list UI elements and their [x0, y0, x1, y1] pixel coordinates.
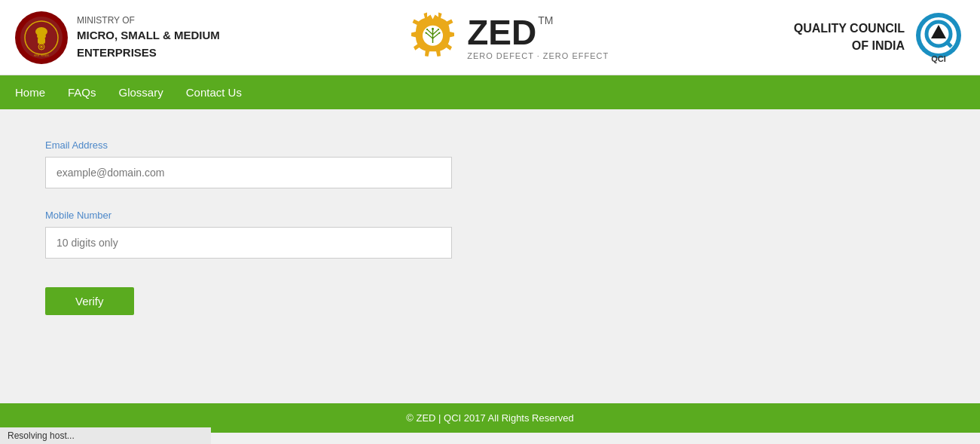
svg-point-15 — [426, 29, 428, 30]
msme-emblem: भारत सरकार — [15, 11, 68, 64]
verify-button[interactable]: Verify — [45, 287, 134, 315]
qci-text-block: QUALITY COUNCIL OF INDIA — [794, 20, 905, 54]
svg-point-16 — [438, 29, 439, 30]
main-content: Email Address Mobile Number Verify — [0, 109, 980, 403]
nav-home[interactable]: Home — [15, 82, 45, 103]
ministry-name: MICRO, SMALL & MEDIUM ENTERPRISES — [77, 27, 220, 61]
svg-text:भारत सरकार: भारत सरकार — [34, 54, 48, 57]
svg-point-17 — [426, 32, 427, 33]
qci-branding: QUALITY COUNCIL OF INDIA QCI — [794, 11, 965, 64]
msme-branding: भारत सरकार MINISTRY OF MICRO, SMALL & ME… — [15, 11, 220, 64]
msme-text-block: MINISTRY OF MICRO, SMALL & MEDIUM ENTERP… — [77, 14, 220, 61]
nav-contact-us[interactable]: Contact Us — [186, 82, 242, 103]
zed-title: ZEDTM — [467, 15, 553, 50]
nav-faqs[interactable]: FAQs — [68, 82, 96, 103]
svg-point-14 — [432, 28, 434, 30]
zed-branding: ZEDTM ZERO DEFECT · ZERO EFFECT — [405, 9, 609, 66]
email-form-group: Email Address — [45, 139, 935, 188]
zed-text-block: ZEDTM ZERO DEFECT · ZERO EFFECT — [467, 15, 609, 60]
mobile-input[interactable] — [45, 227, 452, 259]
mobile-label: Mobile Number — [45, 210, 935, 221]
svg-text:QCI: QCI — [931, 54, 946, 63]
qci-logo: QCI — [912, 11, 965, 64]
footer-copyright: © ZED | QCI 2017 All Rights Reserved — [406, 412, 574, 424]
zed-tagline: ZERO DEFECT · ZERO EFFECT — [467, 51, 609, 60]
header: भारत सरकार MINISTRY OF MICRO, SMALL & ME… — [0, 0, 980, 75]
status-bar: Resolving host... — [0, 427, 211, 433]
status-text: Resolving host... — [8, 430, 75, 433]
email-input[interactable] — [45, 157, 452, 188]
navbar: Home FAQs Glossary Contact Us — [0, 75, 980, 109]
email-label: Email Address — [45, 139, 935, 151]
svg-point-18 — [439, 32, 441, 33]
ministry-of-label: MINISTRY OF — [77, 14, 220, 27]
svg-rect-4 — [38, 38, 45, 44]
mobile-form-group: Mobile Number — [45, 210, 935, 259]
zed-gear-icon — [405, 9, 461, 66]
nav-glossary[interactable]: Glossary — [119, 82, 163, 103]
